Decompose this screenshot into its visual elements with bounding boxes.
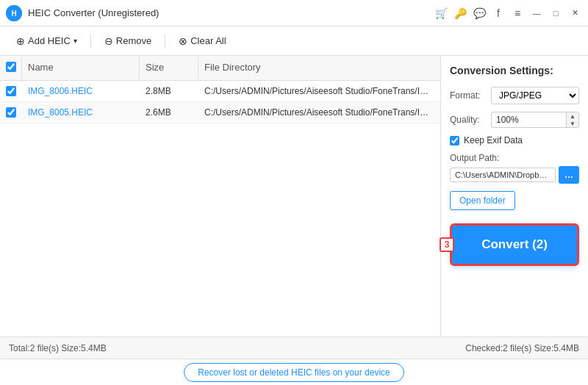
clear-all-label: Clear All	[190, 35, 226, 46]
quality-label: Quality:	[450, 115, 487, 125]
minimize-button[interactable]: —	[529, 6, 544, 21]
format-label: Format:	[450, 90, 487, 101]
remove-button[interactable]: ⊖ Remove	[97, 32, 159, 50]
facebook-icon[interactable]: f	[491, 6, 506, 21]
row-1-directory: C:/Users/ADMIN/Pictures/Aiseesoft Studio…	[198, 81, 440, 101]
format-row: Format: JPG/JPEG PNG PDF GIF	[450, 87, 579, 104]
toolbar: ⊕ Add HEIC ▾ ⊖ Remove ⊗ Clear All	[0, 26, 588, 56]
table-header: Name Size File Directory	[0, 56, 440, 81]
total-status: Total:2 file(s) Size:5.4MB	[9, 343, 107, 353]
select-all-checkbox[interactable]	[6, 62, 16, 72]
row-2-checkbox[interactable]	[6, 107, 16, 118]
key-icon[interactable]: 🔑	[453, 6, 467, 21]
status-bar: Total:2 file(s) Size:5.4MB Checked:2 fil…	[0, 337, 588, 359]
maximize-button[interactable]: □	[548, 6, 563, 21]
window-title: HEIC Converter (Unregistered)	[28, 7, 434, 18]
settings-title: Conversion Settings:	[450, 65, 579, 76]
main-content: Name Size File Directory IMG_8006.HEIC 2…	[0, 56, 588, 337]
bottom-banner: Recover lost or deleted HEIC files on yo…	[0, 359, 588, 385]
quality-down-arrow[interactable]: ▼	[567, 120, 578, 127]
convert-button[interactable]: Convert (2)	[450, 223, 579, 266]
table-row: IMG_8005.HEIC 2.6MB C:/Users/ADMIN/Pictu…	[0, 102, 440, 123]
settings-panel: Conversion Settings: Format: JPG/JPEG PN…	[441, 56, 588, 337]
row-1-name: IMG_8006.HEIC	[22, 81, 140, 101]
separator-1	[90, 34, 91, 48]
quality-row: Quality: 100% ▲ ▼	[450, 112, 579, 128]
file-list: IMG_8006.HEIC 2.8MB C:/Users/ADMIN/Pictu…	[0, 81, 440, 337]
app-logo: H	[6, 5, 22, 21]
row-2-directory: C:/Users/ADMIN/Pictures/Aiseesoft Studio…	[198, 102, 440, 123]
add-heic-label: Add HEIC	[28, 35, 71, 46]
keep-exif-row: Keep Exif Data	[450, 135, 579, 145]
title-bar: H HEIC Converter (Unregistered) 🛒 🔑 💬 f …	[0, 0, 588, 26]
clear-all-button[interactable]: ⊗ Clear All	[171, 32, 233, 50]
quality-control: 100% ▲ ▼	[491, 112, 579, 128]
row-1-size: 2.8MB	[140, 81, 198, 101]
row-2-name: IMG_8005.HEIC	[22, 102, 140, 123]
file-panel: Name Size File Directory IMG_8006.HEIC 2…	[0, 56, 441, 337]
open-folder-button[interactable]: Open folder	[450, 191, 515, 210]
menu-icon[interactable]: ≡	[510, 6, 525, 21]
cart-icon[interactable]: 🛒	[434, 6, 448, 21]
keep-exif-checkbox[interactable]	[450, 136, 459, 145]
close-button[interactable]: ✕	[567, 6, 582, 21]
quality-up-arrow[interactable]: ▲	[567, 112, 578, 120]
table-row: IMG_8006.HEIC 2.8MB C:/Users/ADMIN/Pictu…	[0, 81, 440, 102]
format-select[interactable]: JPG/JPEG PNG PDF GIF	[491, 87, 579, 104]
minus-circle-icon: ⊖	[104, 35, 113, 47]
step-badge: 3	[440, 237, 454, 252]
header-size: Size	[140, 56, 198, 80]
output-path-value: C:\Users\ADMIN\Dropbox\PC	[450, 168, 556, 182]
output-path-row: C:\Users\ADMIN\Dropbox\PC …	[450, 166, 579, 184]
clear-icon: ⊗	[179, 35, 187, 47]
browse-button[interactable]: …	[559, 166, 579, 184]
keep-exif-label: Keep Exif Data	[464, 135, 523, 145]
header-name: Name	[22, 56, 140, 80]
quality-value: 100%	[492, 112, 566, 127]
row-1-checkbox-cell	[0, 81, 22, 101]
quality-arrows: ▲ ▼	[566, 112, 578, 127]
add-heic-button[interactable]: ⊕ Add HEIC ▾	[9, 32, 85, 50]
row-2-size: 2.6MB	[140, 102, 198, 123]
svg-text:H: H	[11, 10, 16, 18]
header-directory: File Directory	[198, 56, 440, 80]
chat-icon[interactable]: 💬	[472, 6, 487, 21]
dropdown-arrow-icon[interactable]: ▾	[74, 37, 77, 45]
output-path-section: Output Path: C:\Users\ADMIN\Dropbox\PC …	[450, 153, 579, 184]
add-icon: ⊕	[16, 35, 25, 47]
separator-2	[165, 34, 165, 48]
output-path-label: Output Path:	[450, 153, 579, 163]
header-checkbox	[0, 56, 22, 80]
convert-area: 3 Convert (2)	[450, 223, 579, 266]
checked-status: Checked:2 file(s) Size:5.4MB	[465, 343, 579, 353]
row-2-checkbox-cell	[0, 102, 22, 123]
recover-link-button[interactable]: Recover lost or deleted HEIC files on yo…	[184, 363, 404, 382]
title-bar-icons: 🛒 🔑 💬 f ≡ — □ ✕	[434, 6, 582, 21]
row-1-checkbox[interactable]	[6, 86, 16, 96]
remove-label: Remove	[116, 35, 151, 46]
